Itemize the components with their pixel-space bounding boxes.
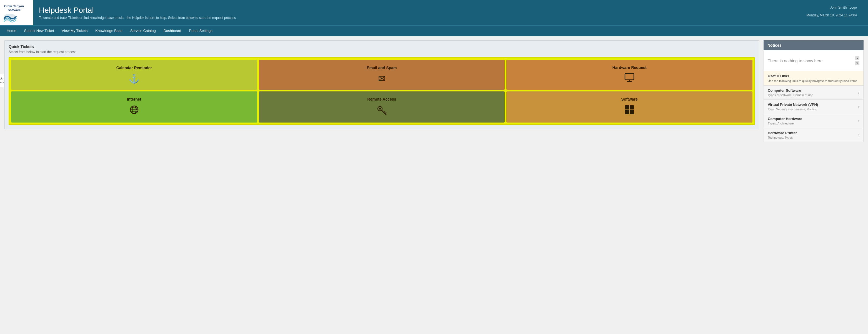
svg-rect-19 xyxy=(630,105,634,110)
key-icon xyxy=(377,105,386,117)
card-software-title: Software xyxy=(621,97,638,101)
nav-service-catalog[interactable]: Service Catalog xyxy=(126,26,160,35)
quick-tickets-header: Quick Tickets Select from below to start… xyxy=(9,44,755,54)
header-content: Helpdesk Portal To create and track Tick… xyxy=(33,0,806,25)
notices-body: There is nothing to show here ▲ ▼ xyxy=(764,50,864,71)
link-item-computer-hardware[interactable]: Computer Hardware Types, Architecture › xyxy=(764,114,864,128)
nav-submit[interactable]: Submit New Ticket xyxy=(20,26,58,35)
card-internet-title: Internet xyxy=(127,97,141,101)
svg-rect-20 xyxy=(625,110,629,114)
notices-header: Notices xyxy=(764,40,864,50)
header: Crow Canyon Software Helpdesk Portal To … xyxy=(0,0,868,25)
link-hardware-printer-desc: Technology, Types xyxy=(768,136,797,139)
logo-area: Crow Canyon Software xyxy=(0,0,33,25)
useful-links-section: Useful Links Use the following links to … xyxy=(764,71,864,86)
ticket-grid: Calendar Reminder ⚓ Email and Spam ✉ Har… xyxy=(11,60,752,123)
useful-links-title: Useful Links xyxy=(768,74,859,78)
nav-knowledge-base[interactable]: Knowledge Base xyxy=(91,26,126,35)
nav-dashboard[interactable]: Dashboard xyxy=(160,26,185,35)
svg-line-16 xyxy=(384,112,385,113)
svg-line-17 xyxy=(385,113,386,114)
ticket-card-hardware[interactable]: Hardware Request xyxy=(506,60,752,90)
quick-tickets-subtitle: Select from below to start the request p… xyxy=(9,50,755,54)
nav-home[interactable]: Home xyxy=(3,26,20,35)
card-remote-title: Remote Access xyxy=(368,97,396,101)
ie-icon xyxy=(129,105,139,117)
link-vpn-desc: Type, Security mechanisms, Routing xyxy=(768,108,818,111)
chevron-right-icon: › xyxy=(858,104,859,109)
link-item-vpn[interactable]: Virtual Private Network (VPN) Type, Secu… xyxy=(764,100,864,114)
portal-subtitle: To create and track Tickets or find know… xyxy=(39,16,801,20)
ticket-card-email[interactable]: Email and Spam ✉ xyxy=(259,60,505,90)
nav-portal-settings[interactable]: Portal Settings xyxy=(185,26,216,35)
quick-tickets-panel: Quick Tickets Quick Tickets Select from … xyxy=(4,40,759,129)
link-computer-software-title: Computer Software xyxy=(768,88,813,93)
ticket-card-remote[interactable]: Remote Access xyxy=(259,91,505,123)
chevron-right-icon: › xyxy=(858,119,859,123)
ticket-grid-wrapper: Calendar Reminder ⚓ Email and Spam ✉ Har… xyxy=(9,57,755,125)
link-hardware-printer-title: Hardware Printer xyxy=(768,131,797,135)
chevron-right-icon: › xyxy=(858,90,859,95)
chevron-right-icon: › xyxy=(858,133,859,137)
datetime-display: Monday, March 18, 2024 11:24:04 xyxy=(806,10,863,17)
company-logo: Crow Canyon Software xyxy=(3,2,31,23)
nav-view-tickets[interactable]: View My Tickets xyxy=(58,26,91,35)
notices-title: Notices xyxy=(768,43,782,48)
svg-text:Software: Software xyxy=(8,8,21,12)
notices-empty-message: There is nothing to show here xyxy=(768,58,823,63)
notices-scrollbar[interactable]: ▲ ▼ xyxy=(855,56,859,65)
svg-rect-18 xyxy=(625,105,629,110)
ticket-card-software[interactable]: Software xyxy=(506,91,752,123)
ticket-card-internet[interactable]: Internet xyxy=(11,91,257,123)
monitor-icon xyxy=(624,73,634,84)
windows-icon xyxy=(624,105,634,117)
scroll-down-button[interactable]: ▼ xyxy=(855,61,859,65)
main-content: Quick Tickets Quick Tickets Select from … xyxy=(0,36,868,147)
svg-point-14 xyxy=(379,108,381,110)
ticket-card-calendar[interactable]: Calendar Reminder ⚓ xyxy=(11,60,257,90)
svg-rect-21 xyxy=(630,110,634,114)
envelope-icon: ✉ xyxy=(378,73,385,84)
svg-rect-4 xyxy=(625,73,634,80)
useful-links-desc: Use the following links to quickly navig… xyxy=(768,79,859,83)
svg-text:Crow Canyon: Crow Canyon xyxy=(4,4,24,8)
portal-title: Helpdesk Portal xyxy=(39,6,801,15)
link-item-computer-software[interactable]: Computer Software Types of software, Dom… xyxy=(764,86,864,100)
link-item-hardware-printer[interactable]: Hardware Printer Technology, Types › xyxy=(764,128,864,142)
link-computer-hardware-title: Computer Hardware xyxy=(768,117,802,121)
header-right: John Smith | Logo Monday, March 18, 2024… xyxy=(806,0,868,25)
link-vpn-title: Virtual Private Network (VPN) xyxy=(768,102,818,107)
card-calendar-title: Calendar Reminder xyxy=(116,66,152,70)
user-info: John Smith | Logo xyxy=(830,3,863,9)
right-panel: Notices There is nothing to show here ▲ … xyxy=(764,40,864,142)
quick-tickets-side-tab: Quick Tickets xyxy=(0,74,4,87)
scroll-up-button[interactable]: ▲ xyxy=(855,56,859,60)
quick-tickets-title: Quick Tickets xyxy=(9,44,755,49)
anchor-icon: ⚓ xyxy=(129,73,140,84)
card-email-title: Email and Spam xyxy=(367,66,397,70)
link-computer-hardware-desc: Types, Architecture xyxy=(768,122,802,125)
navbar: Home Submit New Ticket View My Tickets K… xyxy=(0,25,868,36)
link-computer-software-desc: Types of software, Domain of use xyxy=(768,93,813,97)
card-hardware-title: Hardware Request xyxy=(613,65,647,70)
